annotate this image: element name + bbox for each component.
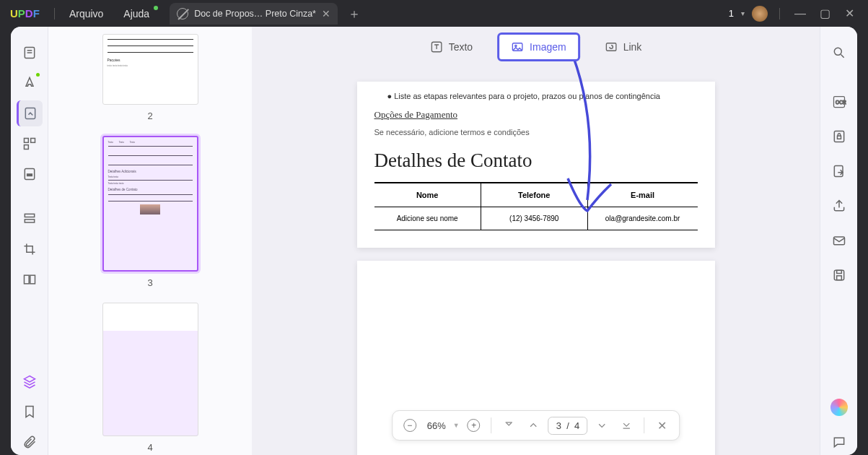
close-tab-icon[interactable]: ✕ — [322, 8, 330, 20]
zoom-level: 66% — [424, 420, 449, 431]
th-phone: Telefone — [481, 183, 587, 207]
edit-mode-text[interactable]: Texto — [418, 32, 484, 61]
comment-button[interactable] — [826, 429, 852, 455]
document-tab[interactable]: Doc de Propos… Preto Cinza* ✕ — [170, 3, 338, 25]
svg-rect-14 — [606, 43, 616, 51]
thumbnail-page-4[interactable] — [102, 303, 198, 436]
svg-point-15 — [834, 48, 841, 55]
payment-text: Se necessário, adicione termos e condiçõ… — [374, 128, 698, 136]
organize-tool[interactable] — [17, 131, 43, 157]
bookmark-tool[interactable] — [17, 399, 43, 425]
thumbnail-page-2[interactable]: Pacotes texto texto texto texto — [102, 34, 198, 105]
zoom-out-button[interactable]: − — [400, 415, 420, 436]
td-email: ola@grandesite.com.br — [587, 207, 697, 230]
tab-title: Doc de Propos… Preto Cinza* — [194, 9, 316, 19]
text-icon — [430, 40, 443, 53]
annotate-tool[interactable] — [17, 70, 43, 96]
svg-rect-24 — [836, 276, 841, 280]
svg-rect-8 — [25, 220, 34, 222]
svg-rect-6 — [27, 174, 32, 176]
svg-rect-10 — [30, 275, 35, 284]
prev-page-button[interactable] — [524, 415, 544, 436]
svg-rect-23 — [836, 270, 841, 273]
crop-tool[interactable] — [17, 236, 43, 262]
svg-rect-9 — [24, 275, 29, 284]
svg-rect-3 — [30, 139, 35, 143]
maximize-button[interactable]: ▢ — [816, 5, 833, 22]
avatar[interactable] — [752, 6, 768, 22]
svg-text:OCR: OCR — [836, 100, 846, 105]
td-phone: (12) 3456-7890 — [481, 207, 587, 230]
divider — [779, 8, 780, 20]
first-page-button[interactable] — [499, 415, 520, 436]
svg-rect-18 — [834, 131, 843, 142]
close-toolbar-button[interactable]: ✕ — [652, 415, 672, 436]
mode-label: Link — [623, 41, 642, 53]
notification-count[interactable]: 1 — [729, 8, 734, 19]
link-icon — [605, 40, 618, 53]
share-button[interactable] — [826, 193, 852, 219]
thumbnail-number: 4 — [147, 442, 152, 453]
zoom-dropdown-icon[interactable]: ▼ — [453, 422, 460, 429]
menu-help[interactable]: Ajuda — [113, 8, 159, 20]
svg-rect-21 — [833, 237, 844, 245]
close-window-button[interactable]: ✕ — [841, 5, 858, 22]
svg-point-13 — [515, 45, 517, 46]
notification-dot — [154, 6, 158, 10]
mode-label: Texto — [449, 41, 473, 53]
compare-tool[interactable] — [17, 266, 43, 292]
page-indicator[interactable]: 3 / 4 — [548, 417, 588, 435]
image-icon — [511, 40, 524, 53]
bottom-toolbar: − 66% ▼ + 3 / 4 ✕ — [392, 410, 680, 441]
td-name: Adicione seu nome — [374, 207, 481, 230]
thumbnail-page-3[interactable]: TextoTextoTexto Detalhes Adicionais Text… — [102, 136, 198, 272]
attachment-tool[interactable] — [17, 429, 43, 455]
layers-tool[interactable] — [17, 368, 43, 394]
th-email: E-mail — [587, 183, 697, 207]
svg-rect-7 — [25, 214, 34, 217]
thumbnail-panel: Pacotes texto texto texto texto 2 TextoT… — [48, 27, 252, 455]
mode-label: Imagem — [530, 41, 566, 53]
document-icon — [177, 8, 188, 20]
thumbnail-number: 2 — [147, 110, 152, 121]
thumbnail-number: 3 — [147, 277, 152, 288]
add-tab-button[interactable]: ＋ — [348, 5, 361, 22]
next-page-button[interactable] — [592, 415, 612, 436]
export-button[interactable] — [826, 158, 852, 184]
save-button[interactable] — [826, 262, 852, 288]
app-logo: UPDF — [0, 7, 50, 20]
zoom-in-button[interactable]: + — [464, 415, 484, 436]
th-name: Nome — [374, 183, 481, 207]
search-button[interactable] — [826, 40, 852, 66]
reader-tool[interactable] — [17, 40, 43, 66]
svg-rect-4 — [24, 145, 28, 150]
divider — [54, 8, 55, 20]
svg-rect-19 — [837, 136, 841, 139]
chevron-down-icon[interactable]: ▾ — [741, 9, 745, 17]
ocr-button[interactable]: OCR — [826, 89, 852, 115]
contact-table: Nome Telefone E-mail Adicione seu nome (… — [374, 182, 698, 230]
edit-tool[interactable] — [17, 100, 43, 126]
ai-assistant-button[interactable] — [826, 394, 852, 420]
protect-button[interactable] — [826, 124, 852, 150]
form-tool[interactable] — [17, 206, 43, 232]
page-content[interactable]: Liste as etapas relevantes para o projet… — [357, 82, 715, 248]
menu-file[interactable]: Arquivo — [59, 8, 113, 20]
edit-mode-link[interactable]: Link — [593, 32, 654, 61]
svg-rect-22 — [834, 270, 843, 280]
svg-rect-2 — [24, 139, 28, 143]
payment-heading: Opções de Pagamento — [374, 109, 698, 121]
contact-heading: Detalhes de Contato — [374, 150, 698, 172]
email-button[interactable] — [826, 228, 852, 254]
last-page-button[interactable] — [616, 415, 636, 436]
edit-mode-image[interactable]: Imagem — [497, 32, 580, 61]
redact-tool[interactable] — [17, 161, 43, 187]
bullet-text: Liste as etapas relevantes para o projet… — [387, 92, 698, 100]
minimize-button[interactable]: — — [792, 5, 809, 22]
